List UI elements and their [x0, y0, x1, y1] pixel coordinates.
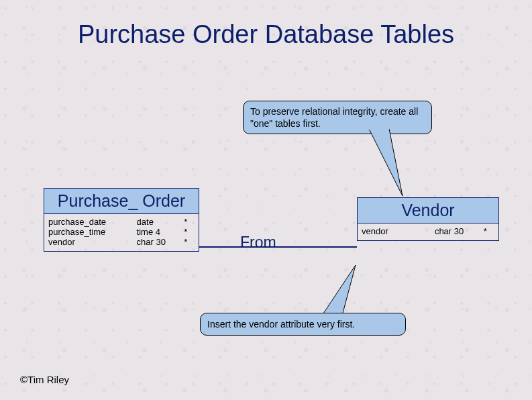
table-row: vendor char 30 *	[362, 226, 494, 236]
attr-flag: *	[184, 237, 195, 247]
table-row: purchase_date date *	[48, 217, 195, 227]
attr-flag: *	[184, 227, 195, 237]
attr-name: vendor	[48, 237, 137, 247]
footer-copyright: ©Tim Riley	[20, 374, 69, 385]
entity-vendor-body: vendor char 30 *	[358, 223, 498, 240]
attr-flag: *	[484, 226, 494, 236]
table-row: vendor char 30 *	[48, 237, 195, 247]
attr-type: char 30	[137, 237, 184, 247]
table-row: purchase_time time 4 *	[48, 227, 195, 237]
page-title: Purchase Order Database Tables	[0, 20, 532, 49]
entity-vendor-header: Vendor	[358, 198, 498, 223]
svg-marker-2	[322, 265, 356, 315]
svg-marker-0	[369, 129, 403, 196]
attr-name: vendor	[362, 226, 435, 236]
entity-purchase-order-header: Purchase_ Order	[44, 189, 199, 214]
attr-flag: *	[184, 217, 195, 227]
callout-bottom-pointer	[322, 265, 376, 319]
attr-type: time 4	[137, 227, 184, 237]
attr-type: char 30	[435, 226, 484, 236]
callout-top-pointer	[362, 129, 416, 203]
entity-purchase-order-body: purchase_date date * purchase_time time …	[44, 214, 199, 251]
entity-purchase-order: Purchase_ Order purchase_date date * pur…	[44, 188, 199, 252]
attr-type: date	[137, 217, 184, 227]
entity-vendor: Vendor vendor char 30 *	[357, 197, 499, 241]
relationship-label: From	[240, 234, 276, 252]
relationship-line	[199, 246, 357, 248]
callout-insert-vendor: Insert the vendor attribute very first.	[200, 313, 406, 336]
attr-name: purchase_time	[48, 227, 137, 237]
attr-name: purchase_date	[48, 217, 137, 227]
